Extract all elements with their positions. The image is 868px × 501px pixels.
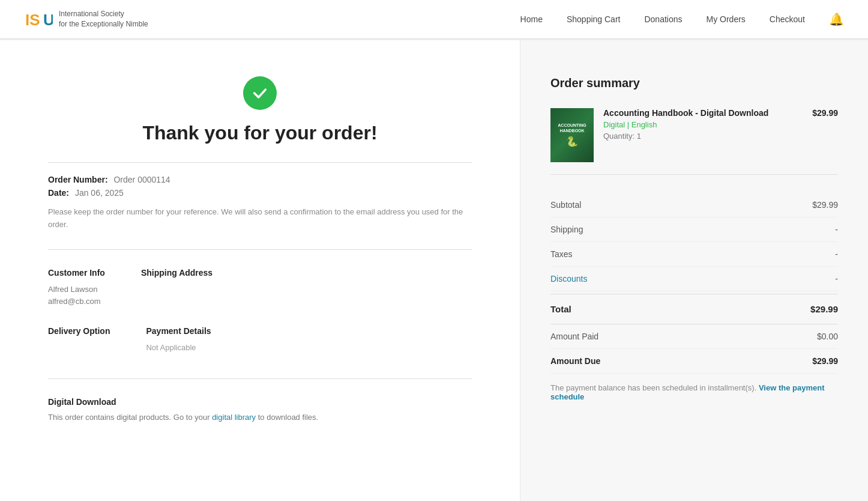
product-name: Accounting Handbook - Digital Download <box>603 108 803 118</box>
total-line: Total $29.99 <box>550 294 838 324</box>
digital-download-text: This order contains digital products. Go… <box>48 411 472 424</box>
right-panel: Order summary ACCOUNTING HANDBOOK 🐍 Acco… <box>520 40 868 501</box>
thank-you-title: Thank you for your order! <box>48 122 472 144</box>
product-price: $29.99 <box>812 108 838 118</box>
nav-checkout[interactable]: Checkout <box>770 14 805 24</box>
total-label: Total <box>550 304 571 314</box>
order-number-row: Order Number: Order 0000114 <box>48 175 472 184</box>
digital-download-section: Digital Download This order contains dig… <box>48 397 472 424</box>
product-meta: Digital | English <box>603 120 803 129</box>
main-nav: Home Shopping Cart Donations My Orders C… <box>520 12 844 26</box>
order-number-value: Order 0000114 <box>113 175 170 184</box>
taxes-value: - <box>835 249 838 259</box>
left-panel: Thank you for your order! Order Number: … <box>0 40 520 501</box>
digital-library-link[interactable]: digital library <box>212 413 256 422</box>
order-date-label: Date: <box>48 188 69 198</box>
success-checkmark-icon <box>243 76 277 110</box>
shipping-value: - <box>835 225 838 234</box>
product-quantity: Quantity: 1 <box>603 132 803 141</box>
amount-due-line: Amount Due $29.99 <box>550 349 838 374</box>
product-row: ACCOUNTING HANDBOOK 🐍 Accounting Handboo… <box>550 108 838 175</box>
order-meta: Order Number: Order 0000114 Date: Jan 06… <box>48 175 472 198</box>
divider-3 <box>48 378 472 379</box>
total-value: $29.99 <box>810 304 838 314</box>
payment-schedule-note: The payment balance has been scheduled i… <box>550 383 838 401</box>
svg-text:U: U <box>43 11 53 29</box>
order-number-label: Order Number: <box>48 175 108 184</box>
nav-my-orders[interactable]: My Orders <box>707 14 746 24</box>
shipping-label: Shipping <box>550 225 583 234</box>
customer-info-heading: Customer Info <box>48 268 105 278</box>
svg-text:IS: IS <box>25 11 40 29</box>
logo-text: International Society for the Exceptiona… <box>59 9 148 29</box>
digital-download-heading: Digital Download <box>48 397 472 407</box>
subtotal-value: $29.99 <box>812 200 838 210</box>
delivery-option-heading: Delivery Option <box>48 326 110 336</box>
shipping-address-heading: Shipping Address <box>141 268 212 278</box>
discounts-line: Discounts - <box>550 267 838 291</box>
amount-due-value: $29.99 <box>812 356 838 366</box>
book-snake-icon: 🐍 <box>566 136 578 147</box>
taxes-label: Taxes <box>550 249 573 259</box>
notification-bell-icon[interactable]: 🔔 <box>829 12 844 26</box>
customer-email: alfred@cb.com <box>48 296 105 308</box>
order-summary-title: Order summary <box>550 76 838 90</box>
info-columns: Customer Info Alfred Lawson alfred@cb.co… <box>48 268 472 309</box>
payment-details-col: Payment Details Not Applicable <box>146 326 211 354</box>
nav-donations[interactable]: Donations <box>644 14 682 24</box>
order-date-value: Jan 06, 2025 <box>75 188 124 198</box>
divider-2 <box>48 249 472 250</box>
amount-paid-value: $0.00 <box>817 332 838 341</box>
site-header: IS U International Society for the Excep… <box>0 0 868 39</box>
order-date-row: Date: Jan 06, 2025 <box>48 188 472 198</box>
customer-name: Alfred Lawson <box>48 284 105 296</box>
product-info: Accounting Handbook - Digital Download D… <box>603 108 803 141</box>
amount-paid-line: Amount Paid $0.00 <box>550 324 838 349</box>
logo-area: IS U International Society for the Excep… <box>24 5 148 34</box>
success-icon-wrap <box>48 76 472 110</box>
subtotal-label: Subtotal <box>550 200 581 210</box>
product-image: ACCOUNTING HANDBOOK 🐍 <box>550 108 594 162</box>
order-note: Please keep the order number for your re… <box>48 206 472 231</box>
amount-paid-label: Amount Paid <box>550 332 598 341</box>
book-cover-title: ACCOUNTING HANDBOOK <box>553 123 591 133</box>
amount-due-label: Amount Due <box>550 356 600 366</box>
nav-home[interactable]: Home <box>520 14 543 24</box>
divider-1 <box>48 162 472 163</box>
taxes-line: Taxes - <box>550 242 838 267</box>
delivery-payment-row: Delivery Option Payment Details Not Appl… <box>48 326 472 354</box>
payment-details-heading: Payment Details <box>146 326 211 336</box>
customer-info-col: Customer Info Alfred Lawson alfred@cb.co… <box>48 268 105 309</box>
discounts-label: Discounts <box>550 274 587 284</box>
shipping-address-col: Shipping Address <box>141 268 212 309</box>
delivery-option-col: Delivery Option <box>48 326 110 354</box>
subtotal-line: Subtotal $29.99 <box>550 193 838 217</box>
payment-details-value: Not Applicable <box>146 342 211 354</box>
logo-icon: IS U <box>24 5 53 34</box>
nav-shopping-cart[interactable]: Shopping Cart <box>567 14 621 24</box>
discounts-value: - <box>835 274 838 284</box>
shipping-line: Shipping - <box>550 217 838 242</box>
main-layout: Thank you for your order! Order Number: … <box>0 40 868 501</box>
